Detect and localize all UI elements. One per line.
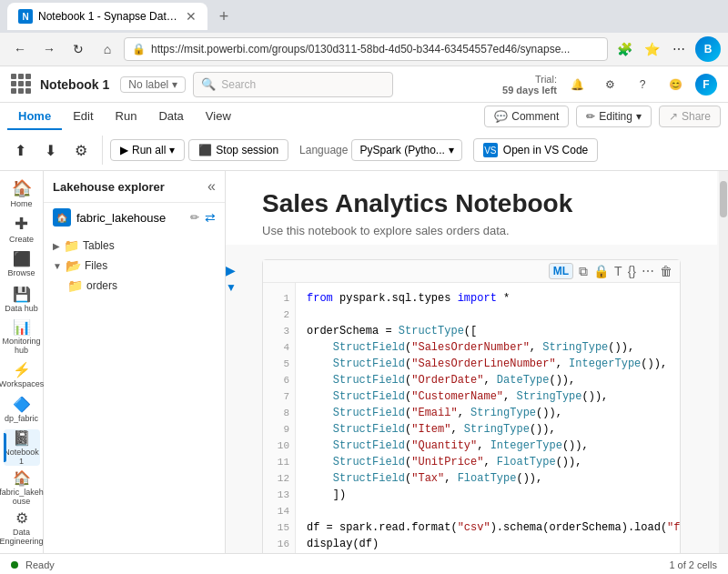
tab-run[interactable]: Run	[105, 103, 148, 130]
home-icon: 🏠	[12, 178, 32, 198]
code-line-5: StructField("SalesOrderLineNumber", Inte…	[307, 356, 669, 372]
sidebar-item-fabric-lakehouse[interactable]: 🏠 fabric_lakeh ouse	[4, 469, 40, 506]
add-code-icon[interactable]: {}	[628, 264, 636, 278]
home-button[interactable]: ⌂	[95, 36, 120, 62]
ribbon: Home Edit Run Data View 💬 Comment ✏ Edit…	[0, 103, 728, 171]
comment-button[interactable]: 💬 Comment	[484, 106, 569, 127]
switch-lakehouse-icon[interactable]: ⇄	[205, 210, 216, 225]
forward-button[interactable]: →	[36, 36, 62, 62]
notebook-icon: 📓	[13, 429, 31, 447]
sidebar-item-create[interactable]: ✚ Create	[4, 214, 40, 246]
tree-item-files[interactable]: ▼ 📂 Files	[44, 256, 225, 276]
tab-close-button[interactable]: ✕	[186, 9, 197, 24]
sidebar-dp-fabric-label: dp_fabric	[5, 415, 38, 424]
files-label: Files	[85, 259, 107, 272]
emoji-button[interactable]: 😊	[662, 72, 688, 97]
extensions-button[interactable]: 🧩	[612, 36, 637, 62]
sidebar-browse-label: Browse	[7, 269, 35, 278]
stop-icon: ⬛	[198, 144, 212, 156]
address-bar[interactable]: 🔒 https://msit.powerbi.com/groups/0130d3…	[124, 37, 608, 61]
settings-button[interactable]: ⚙	[597, 72, 622, 97]
sidebar-item-data-engineering[interactable]: ⚙ Data Engineering	[4, 509, 40, 546]
refresh-button[interactable]: ↻	[66, 36, 91, 62]
user-avatar[interactable]: F	[695, 74, 717, 96]
code-line-11: StructField("UnitPrice", FloatType()),	[307, 454, 669, 470]
sidebar-item-workspaces[interactable]: ⚡ Workspaces	[4, 359, 40, 391]
vs-code-label: Open in VS Code	[503, 144, 588, 156]
open-vs-code-button[interactable]: VS Open in VS Code	[473, 138, 598, 162]
code-line-10: StructField("Quantity", IntegerType()),	[307, 438, 669, 454]
tab-view[interactable]: View	[195, 103, 242, 130]
edge-icon[interactable]: B	[695, 36, 721, 62]
new-tab-button[interactable]: +	[211, 4, 237, 29]
back-button[interactable]: ←	[7, 36, 33, 62]
tables-chevron-icon: ▶	[53, 241, 60, 251]
cell-more-icon[interactable]: ⋯	[642, 264, 654, 278]
active-tab[interactable]: N Notebook 1 - Synapse Data En... ✕	[7, 3, 207, 30]
editing-button[interactable]: ✏ Editing ▾	[576, 106, 652, 127]
explorer-header: Lakehouse explorer «	[44, 171, 225, 203]
collapse-panel-button[interactable]: «	[207, 178, 216, 195]
run-all-button[interactable]: ▶ Run all ▾	[110, 139, 185, 161]
app-container: Notebook 1 No label ▾ 🔍 Search Trial: 59…	[0, 66, 728, 574]
save-button[interactable]: ⬆	[7, 138, 34, 163]
tab-home[interactable]: Home	[7, 103, 62, 130]
sidebar-item-dp-fabric[interactable]: 🔷 dp_fabric	[4, 394, 40, 426]
ribbon-content: ⬆ ⬇ ⚙ ▶ Run all ▾ ⬛ Stop session Languag…	[0, 130, 728, 170]
lakehouse-item[interactable]: 🏠 fabric_lakehouse ✏ ⇄	[44, 203, 225, 232]
explorer-actions: «	[207, 178, 216, 195]
sidebar-item-notebook[interactable]: 📓 Notebook 1	[4, 429, 40, 466]
label-chevron-icon: ▾	[172, 78, 177, 91]
sidebar-notebook-label: Notebook 1	[4, 448, 40, 467]
copy-cell-icon[interactable]: ⧉	[579, 264, 588, 279]
tree-item-tables[interactable]: ▶ 📁 Tables	[44, 236, 225, 256]
language-chevron-icon: ▾	[449, 144, 454, 156]
data-eng-icon: ⚙	[15, 509, 28, 527]
ribbon-divider-1	[102, 136, 103, 165]
delete-cell-icon[interactable]: 🗑	[660, 264, 672, 278]
sidebar-item-home[interactable]: 🏠 Home	[4, 178, 40, 210]
settings-icon: ⚙	[75, 142, 87, 159]
code-line-14	[307, 503, 669, 519]
tab-edit[interactable]: Edit	[62, 103, 104, 130]
code-line-16: display(df)	[307, 536, 669, 552]
status-indicator	[11, 561, 18, 569]
add-text-icon[interactable]: T	[614, 264, 622, 278]
language-dropdown[interactable]: PySpark (Pytho... ▾	[351, 139, 461, 161]
lakehouse-name: fabric_lakehouse	[76, 211, 185, 225]
favorites-button[interactable]: ⭐	[639, 36, 664, 62]
stop-session-button[interactable]: ⬛ Stop session	[188, 139, 288, 161]
cell-settings-button[interactable]: ⚙	[67, 138, 95, 163]
sidebar-item-datahub[interactable]: 💾 Data hub	[4, 284, 40, 316]
browser-nav: ← → ↻ ⌂ 🔒 https://msit.powerbi.com/group…	[0, 33, 728, 65]
code-cell-container: ▶ ▼ ML ⧉ 🔒 T {} ⋯ 🗑	[244, 252, 699, 553]
collapse-cell-button[interactable]: ▼	[226, 281, 237, 294]
help-button[interactable]: ?	[630, 72, 655, 97]
tree-item-orders[interactable]: 📁 orders	[44, 276, 225, 296]
sidebar-item-monitoring[interactable]: 📊 Monitoring hub	[4, 319, 40, 356]
run-cell-button[interactable]: ▶	[226, 263, 237, 277]
notebook-main-title: Sales Analytics Notebook	[262, 189, 681, 218]
sidebar-home-label: Home	[10, 200, 32, 209]
notebook-scrollbar[interactable]	[719, 171, 728, 553]
share-button[interactable]: ↗ Share	[659, 106, 721, 127]
tab-data[interactable]: Data	[147, 103, 194, 130]
waffle-menu-button[interactable]	[11, 74, 33, 96]
lock-cell-icon[interactable]: 🔒	[593, 264, 609, 278]
label-badge-button[interactable]: No label ▾	[120, 76, 186, 93]
workspaces-icon: ⚡	[13, 361, 31, 378]
notebook-scroll-thumb[interactable]	[720, 181, 727, 217]
sidebar-item-browse[interactable]: ⬛ Browse	[4, 248, 40, 280]
files-folder-icon: 📂	[66, 258, 81, 273]
notifications-button[interactable]: 🔔	[564, 72, 590, 97]
edit-lakehouse-icon[interactable]: ✏	[190, 211, 199, 224]
label-text: No label	[128, 78, 168, 91]
browser-menu-button[interactable]: ⋯	[666, 36, 692, 62]
search-box[interactable]: 🔍 Search	[193, 72, 393, 97]
editing-label: Editing	[599, 110, 632, 123]
language-value: PySpark (Pytho...	[359, 144, 444, 156]
code-line-2	[307, 307, 669, 323]
add-cell-below-button[interactable]: ⬇	[37, 138, 64, 163]
code-lines[interactable]: from pyspark.sql.types import * orderSch…	[296, 283, 680, 553]
share-label: Share	[682, 110, 711, 123]
